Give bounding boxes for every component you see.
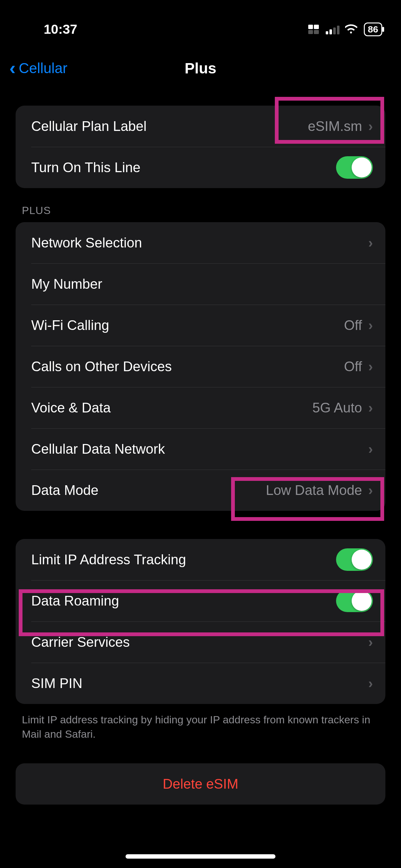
- turn-on-line-row: Turn On This Line: [15, 147, 386, 188]
- carrier-services-row[interactable]: Carrier Services ›: [15, 621, 386, 663]
- chevron-right-icon: ›: [368, 483, 373, 498]
- delete-esim-button[interactable]: Delete eSIM: [15, 763, 386, 805]
- home-indicator[interactable]: [126, 854, 275, 859]
- limit-ip-tracking-row: Limit IP Address Tracking: [15, 539, 386, 580]
- data-roaming-row: Data Roaming: [15, 580, 386, 621]
- cellular-signal-icon: [326, 24, 339, 34]
- row-value: eSIM.sm: [308, 118, 362, 134]
- network-selection-row[interactable]: Network Selection ›: [15, 222, 386, 264]
- delete-esim-group: Delete eSIM: [15, 763, 386, 805]
- row-label: Cellular Data Network: [31, 441, 368, 457]
- data-options-group: Limit IP Address Tracking Data Roaming C…: [15, 539, 386, 704]
- row-label: My Number: [31, 276, 373, 292]
- back-label: Cellular: [19, 60, 67, 76]
- voice-data-row[interactable]: Voice & Data 5G Auto ›: [15, 387, 386, 428]
- row-label: Cellular Plan Label: [31, 118, 308, 134]
- chevron-left-icon: ‹: [9, 61, 15, 75]
- plus-group: Network Selection › My Number Wi-Fi Call…: [15, 222, 386, 511]
- chevron-right-icon: ›: [368, 400, 373, 415]
- row-label: Wi-Fi Calling: [31, 317, 344, 333]
- row-label: Data Roaming: [31, 593, 336, 609]
- plus-section-header: Plus: [15, 188, 386, 222]
- chevron-right-icon: ›: [368, 317, 373, 333]
- wifi-calling-row[interactable]: Wi-Fi Calling Off ›: [15, 305, 386, 346]
- delete-esim-label: Delete eSIM: [163, 776, 238, 792]
- chevron-right-icon: ›: [368, 359, 373, 374]
- cellular-plan-settings-screen: 10:37 86 ‹ Cellular Plus: [0, 0, 401, 868]
- row-label: Network Selection: [31, 235, 368, 251]
- status-bar: 10:37 86: [0, 12, 401, 46]
- status-right: 86: [308, 23, 382, 36]
- row-value: 5G Auto: [312, 400, 362, 415]
- chevron-right-icon: ›: [368, 676, 373, 691]
- row-label: SIM PIN: [31, 676, 368, 691]
- chevron-right-icon: ›: [368, 235, 373, 251]
- data-mode-row[interactable]: Data Mode Low Data Mode ›: [15, 470, 386, 511]
- row-label: Data Mode: [31, 483, 266, 498]
- chevron-right-icon: ›: [368, 441, 373, 457]
- row-value: Off: [344, 317, 362, 333]
- row-label: Calls on Other Devices: [31, 359, 344, 374]
- plan-group: Cellular Plan Label eSIM.sm › Turn On Th…: [15, 105, 386, 188]
- row-label: Voice & Data: [31, 400, 312, 415]
- limit-ip-footer-note: Limit IP address tracking by hiding your…: [15, 704, 386, 741]
- row-label: Limit IP Address Tracking: [31, 552, 336, 567]
- page-title: Plus: [185, 60, 216, 77]
- row-label: Turn On This Line: [31, 160, 336, 175]
- my-number-row[interactable]: My Number: [15, 264, 386, 305]
- back-button[interactable]: ‹ Cellular: [9, 60, 67, 76]
- dual-sim-icon: [308, 25, 319, 34]
- row-value: Low Data Mode: [266, 483, 362, 498]
- chevron-right-icon: ›: [368, 118, 373, 134]
- chevron-right-icon: ›: [368, 634, 373, 650]
- battery-indicator: 86: [364, 23, 382, 36]
- turn-on-line-toggle[interactable]: [336, 156, 373, 179]
- row-label: Carrier Services: [31, 634, 368, 650]
- data-roaming-toggle[interactable]: [336, 590, 373, 612]
- wifi-icon: [345, 24, 358, 35]
- nav-bar: ‹ Cellular Plus: [0, 50, 401, 87]
- sim-pin-row[interactable]: SIM PIN ›: [15, 663, 386, 704]
- row-value: Off: [344, 359, 362, 374]
- battery-level: 86: [368, 24, 378, 35]
- content: Cellular Plan Label eSIM.sm › Turn On Th…: [0, 87, 401, 805]
- limit-ip-tracking-toggle[interactable]: [336, 548, 373, 571]
- status-time: 10:37: [44, 22, 77, 37]
- cellular-data-network-row[interactable]: Cellular Data Network ›: [15, 428, 386, 470]
- cellular-plan-label-row[interactable]: Cellular Plan Label eSIM.sm ›: [15, 105, 386, 147]
- calls-other-devices-row[interactable]: Calls on Other Devices Off ›: [15, 346, 386, 387]
